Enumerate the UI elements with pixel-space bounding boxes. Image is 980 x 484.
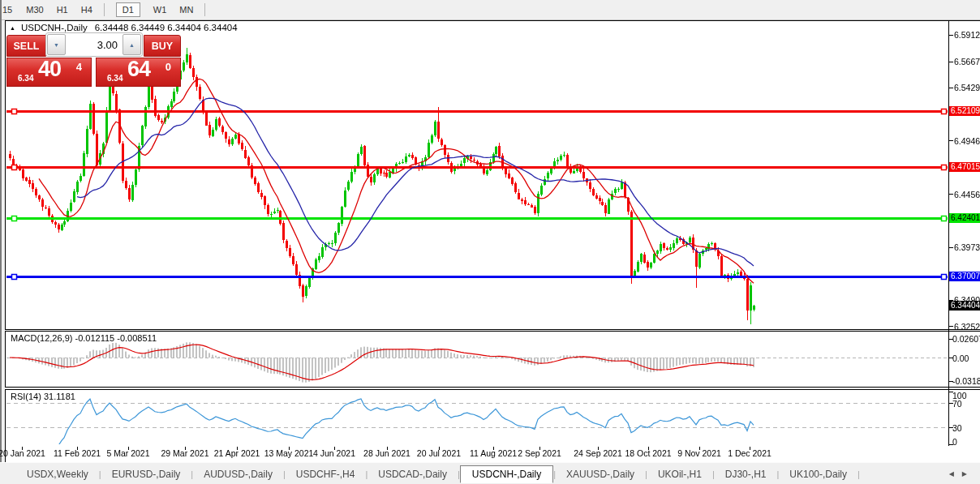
symbol-tab-usdchf-h4[interactable]: USDCHF-,H4	[286, 466, 366, 482]
symbol-tab-audusd-daily[interactable]: AUDUSD-,Daily	[193, 466, 283, 482]
symbol-tab-eurusd-daily[interactable]: EURUSD-,Daily	[101, 466, 191, 482]
price-badge: 6.42401	[949, 213, 980, 223]
price-axis-tick: 6.44560	[954, 190, 980, 199]
price-badge: 6.52109	[949, 106, 980, 116]
sell-price-pip-digit: 4	[76, 61, 82, 73]
price-axis-tick: 6.32520	[954, 322, 980, 332]
price-badge: 6.47015	[949, 162, 980, 172]
price-badge: 6.37007	[949, 272, 980, 281]
volume-increase-button[interactable]: ▲	[122, 34, 141, 55]
symbol-tab-bar: USDX,Weekly|EURUSD-,Daily|AUDUSD-,Daily|…	[0, 462, 980, 484]
volume-stepper: ▼ 3.00 ▲	[45, 32, 143, 57]
rsi-indicator-title: RSI(14) 31.1181	[11, 392, 75, 401]
one-click-trading-panel: SELL ▼ 3.00 ▲ BUY 6.34 40 4 6.34 64 0	[6, 32, 179, 86]
macd-axis-tick: 0.00	[952, 353, 969, 363]
symbol-tab-dj30-h1[interactable]: DJ30-,H1	[715, 466, 777, 482]
macd-axis-tick: 0.02607	[952, 334, 980, 344]
sell-price-big-digits: 40	[38, 57, 61, 82]
symbol-tab-xauusd-daily[interactable]: XAUUSD-,Daily	[556, 466, 645, 482]
buy-price-big-digits: 64	[127, 57, 150, 82]
chart-title: ▲ USDCNH-,Daily 6.34448 6.34449 6.34404 …	[10, 23, 238, 32]
buy-price-box[interactable]: 6.34 64 0	[96, 58, 181, 87]
tab-scroll-left-icon: ◀	[949, 470, 962, 478]
price-axis-tick: 6.59120	[954, 30, 980, 40]
chart-ohlc-quotes: 6.34448 6.34449 6.34404 6.34404	[95, 23, 238, 32]
time-axis-label: 1 Dec 2021	[713, 448, 786, 458]
symbol-tab-usdx-weekly[interactable]: USDX,Weekly	[16, 466, 99, 482]
tab-scroll-right-icon: ▶	[962, 470, 975, 478]
chart-symbol-label: USDCNH-,Daily	[21, 23, 88, 32]
price-badge: 6.34404	[949, 301, 980, 311]
buy-price-pip-digit: 0	[165, 61, 171, 73]
symbol-tab-uk100-daily[interactable]: UK100-,Daily	[779, 466, 858, 482]
tab-scroll-arrows[interactable]: ◀▶	[949, 470, 975, 478]
rsi-axis-tick: 30	[952, 423, 962, 433]
symbol-tab-ukoil-h1[interactable]: UKOil-,H1	[647, 466, 712, 482]
rsi-value: 31.1181	[44, 392, 75, 401]
rsi-axis-tick: 0	[952, 437, 957, 447]
collapse-triangle-icon[interactable]: ▲	[10, 25, 15, 31]
tab-separator: |	[858, 469, 860, 479]
symbol-tab-usdcad-daily[interactable]: USDCAD-,Daily	[368, 466, 458, 482]
sell-price-box[interactable]: 6.34 40 4	[6, 58, 92, 87]
macd-axis-tick: -0.03187	[952, 376, 980, 386]
symbol-tab-usdcnh-daily[interactable]: USDCNH-,Daily	[460, 465, 553, 483]
price-axis-tick: 6.56670	[954, 57, 980, 66]
volume-decrease-button[interactable]: ▼	[47, 34, 66, 55]
rsi-axis-tick: 70	[952, 399, 962, 409]
buy-price-base: 6.34	[107, 74, 122, 83]
volume-input[interactable]: 3.00	[67, 33, 122, 56]
price-axis-tick: 6.54290	[954, 83, 980, 92]
sell-button[interactable]: SELL	[6, 35, 46, 57]
macd-values: -0.012115 -0.008511	[75, 333, 157, 343]
macd-indicator-title: MACD(12,26,9) -0.012115 -0.008511	[11, 333, 157, 343]
price-axis-tick: 6.39730	[954, 242, 980, 252]
trading-terminal-window: 15M30H1H4D1W1MN ▲ USDCNH-,Daily 6.34448 …	[0, 0, 980, 484]
price-axis-tick: 6.49460	[954, 136, 980, 146]
sell-price-base: 6.34	[18, 74, 33, 83]
buy-button[interactable]: BUY	[144, 35, 181, 57]
